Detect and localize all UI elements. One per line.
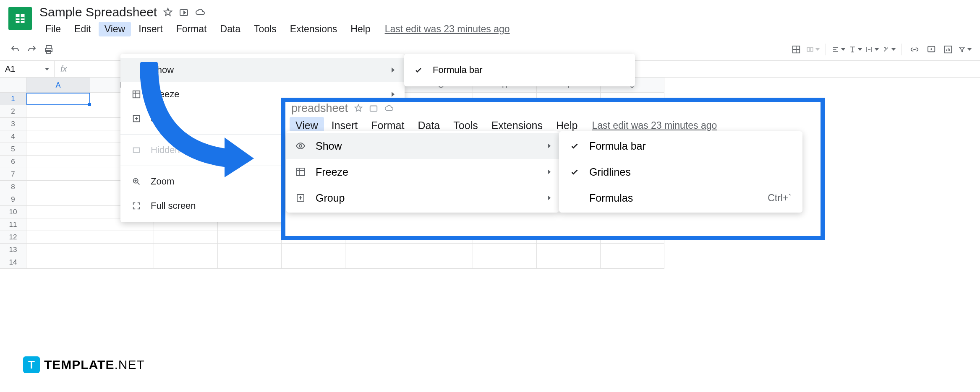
cell[interactable]	[218, 256, 282, 269]
cell[interactable]	[473, 244, 537, 256]
row-header[interactable]: 8	[0, 181, 26, 193]
menu-data[interactable]: Data	[214, 22, 247, 36]
menu-view[interactable]: View	[99, 22, 131, 36]
menu-edit[interactable]: Edit	[68, 22, 97, 36]
align-h-icon[interactable]	[832, 43, 845, 56]
menu-format[interactable]: Format	[170, 22, 213, 36]
row-header[interactable]: 2	[0, 105, 26, 118]
cell[interactable]	[537, 244, 601, 256]
star-icon[interactable]	[354, 104, 363, 113]
chevron-right-icon	[392, 92, 395, 97]
svg-point-18	[299, 145, 302, 147]
merge-icon[interactable]	[806, 43, 820, 56]
cell[interactable]	[154, 231, 218, 244]
name-box[interactable]: A1	[0, 61, 55, 77]
chevron-right-icon	[548, 143, 551, 148]
menu-insert[interactable]: Insert	[133, 22, 169, 36]
comment-icon[interactable]	[925, 43, 938, 56]
chevron-down-icon	[45, 68, 49, 70]
row-header[interactable]: 5	[0, 143, 26, 156]
row-header[interactable]: 13	[0, 244, 26, 256]
chart-icon[interactable]	[941, 43, 955, 56]
show-formulas-item[interactable]: Formulas Ctrl+`	[559, 185, 802, 211]
select-all-corner[interactable]	[0, 78, 26, 93]
svg-rect-19	[297, 168, 304, 176]
print-icon[interactable]	[42, 43, 55, 56]
cell[interactable]	[26, 256, 90, 269]
view-freeze-item[interactable]: Freeze	[286, 159, 559, 185]
cell[interactable]	[26, 206, 90, 218]
row-header[interactable]: 1	[0, 93, 26, 105]
rotate-icon[interactable]	[882, 43, 896, 56]
svg-rect-17	[370, 106, 377, 112]
row-header[interactable]: 3	[0, 118, 26, 130]
cell[interactable]	[601, 256, 664, 269]
cell[interactable]	[26, 193, 90, 206]
show-formula-bar-item[interactable]: Formula bar	[404, 58, 635, 82]
svg-rect-9	[810, 47, 813, 51]
cell[interactable]	[26, 244, 90, 256]
cell[interactable]	[409, 244, 473, 256]
align-v-icon[interactable]	[849, 43, 862, 56]
row-header[interactable]: 10	[0, 206, 26, 218]
cell[interactable]	[345, 244, 409, 256]
cell[interactable]	[154, 256, 218, 269]
cell[interactable]	[154, 244, 218, 256]
cell[interactable]	[90, 256, 154, 269]
cell[interactable]	[26, 130, 90, 143]
cell[interactable]	[409, 256, 473, 269]
show-gridlines-item[interactable]: Gridlines	[559, 159, 802, 185]
cell[interactable]	[282, 244, 345, 256]
menu-extensions[interactable]: Extensions	[284, 22, 343, 36]
cell[interactable]	[601, 244, 664, 256]
menu-tools[interactable]: Tools	[248, 22, 282, 36]
cloud-icon[interactable]	[384, 104, 394, 113]
cell[interactable]	[26, 105, 90, 118]
watermark-logo: T	[23, 356, 40, 373]
cell[interactable]	[282, 256, 345, 269]
cell[interactable]	[26, 168, 90, 181]
cell[interactable]	[26, 118, 90, 130]
arrow-annotation	[128, 62, 258, 179]
cloud-icon[interactable]	[195, 7, 206, 17]
move-icon[interactable]	[179, 7, 189, 17]
view-show-item[interactable]: Show	[286, 133, 559, 159]
col-header[interactable]: A	[26, 78, 90, 93]
row-header[interactable]: 11	[0, 218, 26, 231]
cell[interactable]	[473, 256, 537, 269]
row-header[interactable]: 12	[0, 231, 26, 244]
view-group-item[interactable]: Group	[286, 185, 559, 211]
cell[interactable]	[26, 143, 90, 156]
cell[interactable]	[345, 256, 409, 269]
document-title[interactable]: Sample Spreadsheet	[39, 5, 157, 19]
cell[interactable]	[26, 181, 90, 193]
row-header[interactable]: 7	[0, 168, 26, 181]
row-header[interactable]: 14	[0, 256, 26, 269]
fullscreen-icon	[131, 200, 142, 212]
cell[interactable]	[537, 256, 601, 269]
cell[interactable]	[90, 244, 154, 256]
wrap-icon[interactable]	[865, 43, 879, 56]
move-icon[interactable]	[369, 104, 378, 113]
cell[interactable]	[26, 231, 90, 244]
show-formula-bar-item[interactable]: Formula bar	[559, 133, 802, 159]
borders-icon[interactable]	[789, 43, 803, 56]
filter-icon[interactable]	[958, 43, 972, 56]
menu-file[interactable]: File	[39, 22, 67, 36]
row-header[interactable]: 9	[0, 193, 26, 206]
star-icon[interactable]	[163, 7, 173, 17]
row-header[interactable]: 6	[0, 156, 26, 168]
row-header[interactable]: 4	[0, 130, 26, 143]
cell[interactable]	[26, 93, 90, 105]
undo-icon[interactable]	[8, 43, 22, 56]
menu-help[interactable]: Help	[345, 22, 376, 36]
cell[interactable]	[26, 156, 90, 168]
cell[interactable]	[26, 218, 90, 231]
link-icon[interactable]	[908, 43, 921, 56]
cell[interactable]	[90, 231, 154, 244]
cell[interactable]	[218, 244, 282, 256]
cell[interactable]	[218, 231, 282, 244]
redo-icon[interactable]	[25, 43, 39, 56]
last-edit-link[interactable]: Last edit was 23 minutes ago	[385, 23, 510, 35]
last-edit-link[interactable]: Last edit was 23 minutes ago	[592, 120, 717, 131]
